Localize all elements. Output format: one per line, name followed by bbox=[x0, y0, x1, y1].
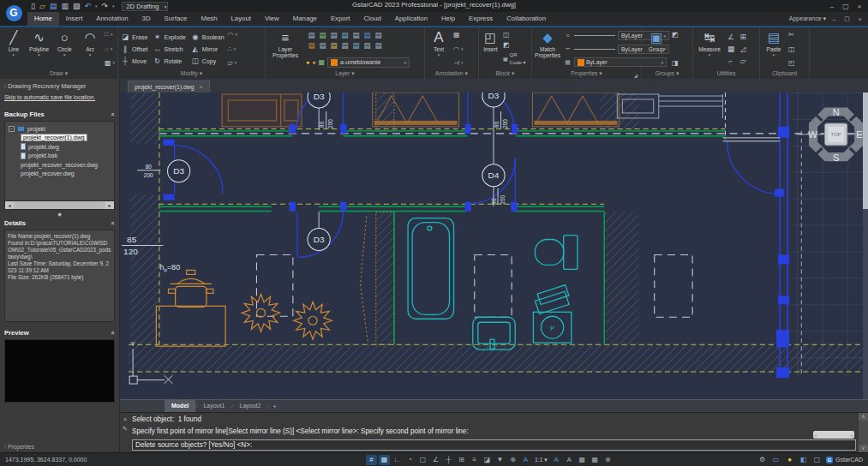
canvas-vertical-scrollbar[interactable] bbox=[863, 93, 868, 399]
menu-item-express[interactable]: Express bbox=[462, 12, 500, 26]
group-button[interactable]: ▣ Group bbox=[644, 29, 668, 69]
menu-item-export[interactable]: Export bbox=[324, 12, 357, 26]
annotation-visibility-toggle[interactable]: A bbox=[551, 455, 562, 465]
properties-panel-label[interactable]: Properties ▾◢ bbox=[535, 69, 638, 79]
annotation-scale-icon[interactable]: A bbox=[520, 455, 531, 465]
drawing-canvas[interactable]: P bbox=[120, 93, 868, 399]
mirror-button[interactable]: ◭Mirror bbox=[191, 43, 224, 55]
scroll-down-icon[interactable]: ∨ bbox=[859, 445, 868, 452]
line-button[interactable]: ╱ Line▾ bbox=[3, 29, 25, 69]
redo-dropdown-icon[interactable]: ▾ bbox=[112, 2, 115, 10]
explode-button[interactable]: ✶Explode bbox=[153, 31, 186, 43]
current-layer-dropdown[interactable]: a-umeblowanie ▾ bbox=[327, 57, 410, 68]
menu-item-layout[interactable]: Layout bbox=[224, 12, 258, 26]
tree-file-row[interactable]: projekt_recover_recover.dwg bbox=[21, 160, 112, 170]
annotation-panel-label[interactable]: Annotation ▾ bbox=[428, 69, 476, 79]
scroll-left-icon[interactable]: ◂ bbox=[5, 201, 14, 209]
scale-button[interactable]: ▱▾ bbox=[228, 59, 238, 67]
menu-item-surface[interactable]: Surface bbox=[158, 12, 195, 26]
open-file-icon[interactable]: ▱ bbox=[39, 2, 45, 10]
isolate-objects-toggle[interactable]: ▦ bbox=[577, 455, 588, 465]
text-button[interactable]: A Text▾ bbox=[428, 29, 450, 69]
menu-item-manage[interactable]: Manage bbox=[286, 12, 324, 26]
layer-state-icon[interactable]: ▤ bbox=[319, 31, 326, 39]
save-icon[interactable]: ▤ bbox=[50, 2, 57, 10]
annotation-autoscale-toggle[interactable]: A bbox=[564, 455, 575, 465]
tree-file-row[interactable]: projekt_recover.dwg bbox=[21, 170, 112, 179]
angle-tool-button[interactable]: ∠ bbox=[727, 31, 735, 43]
layer-state-icon[interactable]: ▤ bbox=[308, 31, 314, 39]
menu-item-3d[interactable]: 3D bbox=[135, 12, 158, 26]
point-style-button[interactable]: ⌐ bbox=[727, 55, 735, 67]
layer-state-icon[interactable]: ▤ bbox=[341, 31, 348, 39]
layer-state-icon[interactable]: ▤ bbox=[352, 31, 359, 39]
settings-gear-icon[interactable]: ⚙ bbox=[757, 455, 767, 465]
move-button[interactable]: ┼Move bbox=[121, 55, 148, 67]
selection-cycling-toggle[interactable]: ▼ bbox=[494, 455, 506, 465]
panel-grip-icon[interactable]: ⁞ bbox=[4, 83, 5, 89]
menu-item-help[interactable]: Help bbox=[434, 12, 462, 26]
cut-button[interactable]: ✂ bbox=[788, 31, 795, 39]
doc-close-button[interactable]: × bbox=[855, 16, 865, 22]
command-close-icon[interactable]: × bbox=[123, 416, 127, 422]
annotation-scale-dropdown[interactable]: 1:1 ▾ bbox=[533, 457, 549, 463]
scroll-up-icon[interactable]: ∧ bbox=[859, 413, 868, 421]
polar-toggle[interactable]: ◔ bbox=[404, 455, 416, 465]
skip-to-save-location-link[interactable]: Skip to automatic save file location. bbox=[4, 94, 115, 100]
layer-on-bulb-icon[interactable]: ● bbox=[306, 59, 309, 65]
menu-item-mesh[interactable]: Mesh bbox=[194, 12, 224, 26]
list-tool-button[interactable]: ▱ bbox=[739, 55, 747, 67]
new-file-icon[interactable]: ▯ bbox=[31, 2, 35, 10]
layer-state-icon[interactable]: ▤ bbox=[352, 41, 359, 50]
circle-button[interactable]: ○ Circle▾ bbox=[53, 29, 75, 69]
file-tab[interactable]: projekt_recover(1).dwg × bbox=[128, 81, 210, 93]
compass-west[interactable]: W bbox=[808, 129, 817, 140]
osnap-toggle[interactable]: ▢ bbox=[417, 455, 428, 465]
dialog-launcher-icon[interactable]: ◢ bbox=[634, 70, 638, 81]
ellipse-tools-button[interactable]: ◌▾ bbox=[105, 45, 115, 53]
menu-item-collaboration[interactable]: Collaboration bbox=[500, 12, 553, 26]
qr-code-button[interactable]: ▦QR Code ▾ bbox=[503, 51, 529, 67]
layer-state-icon[interactable]: ▤ bbox=[330, 31, 337, 39]
offset-button[interactable]: ∥Offset bbox=[121, 43, 148, 55]
tree-file-row[interactable]: projekt_recover(1).dwg bbox=[21, 134, 112, 143]
command-input[interactable]: Delete source objects? [Yes/No] <N>: bbox=[132, 439, 856, 451]
feedback-icon[interactable]: ◧ bbox=[799, 455, 808, 465]
layer-state-icon[interactable]: ▤ bbox=[374, 31, 381, 39]
layer-state-icon[interactable]: ▤ bbox=[374, 41, 381, 50]
dimension-button[interactable]: ⊣▾ bbox=[453, 59, 464, 67]
compass-south[interactable]: S bbox=[833, 152, 839, 163]
command-horizontal-scrollbar[interactable]: ‹› bbox=[813, 431, 854, 439]
point-tools-button[interactable]: ∷▾ bbox=[105, 31, 115, 39]
quick-zoom-toggle[interactable]: ⊕ bbox=[507, 455, 518, 465]
collapse-backup-icon[interactable]: » bbox=[111, 112, 117, 116]
menu-item-cloud[interactable]: Cloud bbox=[356, 12, 387, 26]
hardware-accel-toggle[interactable]: ▦ bbox=[590, 455, 601, 465]
menu-item-application[interactable]: Application bbox=[388, 12, 434, 26]
minimize-button[interactable]: – bbox=[826, 2, 838, 11]
otrack-toggle[interactable]: ┼ bbox=[443, 455, 454, 465]
tips-bulb-icon[interactable]: ● bbox=[785, 455, 794, 465]
layer-panel-label[interactable]: Layer ▾ bbox=[268, 69, 422, 79]
lineweight-toggle[interactable]: ≡ bbox=[469, 455, 480, 465]
tree-folder-row[interactable]: − projekt bbox=[9, 124, 112, 134]
clipboard-panel-label[interactable]: Clipboard bbox=[763, 69, 806, 79]
block-panel-label[interactable]: Block ▾ bbox=[482, 69, 529, 79]
layer-state-icon[interactable]: ▤ bbox=[319, 41, 326, 50]
tree-file-row[interactable]: projekt.bak bbox=[21, 152, 112, 161]
fillet-button[interactable]: ◠▾ bbox=[228, 31, 238, 39]
layer-state-icon[interactable]: ▤ bbox=[308, 41, 314, 50]
compass-north[interactable]: N bbox=[833, 107, 840, 117]
doc-restore-button[interactable]: ▢ bbox=[842, 15, 852, 22]
snap-toggle[interactable]: # bbox=[366, 455, 377, 465]
modify-panel-label[interactable]: Modify ▾ bbox=[121, 69, 262, 79]
compass-east[interactable]: E bbox=[856, 129, 862, 140]
tab-layout1[interactable]: Layout1 bbox=[196, 400, 231, 412]
fullscreen-icon[interactable]: ▢ bbox=[812, 455, 822, 465]
tab-layout2[interactable]: Layout2 bbox=[233, 400, 268, 412]
scroll-right-icon[interactable]: ▸ bbox=[105, 201, 114, 209]
tab-model[interactable]: Model bbox=[165, 400, 195, 412]
clean-screen-toggle[interactable]: ⊕ bbox=[602, 455, 614, 465]
utilities-panel-label[interactable]: Utilities bbox=[696, 69, 757, 79]
grid-toggle[interactable]: ▦ bbox=[379, 455, 390, 465]
